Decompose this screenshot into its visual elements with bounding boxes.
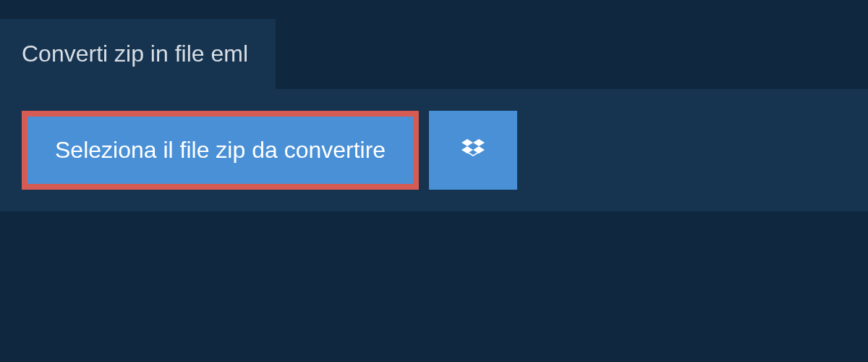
button-row: Seleziona il file zip da convertire [22,111,846,190]
dropbox-button[interactable] [429,111,517,190]
dropbox-icon [459,136,488,165]
select-file-button[interactable]: Seleziona il file zip da convertire [22,111,419,190]
select-file-label: Seleziona il file zip da convertire [55,137,386,164]
svg-marker-0 [461,139,473,146]
svg-marker-1 [473,139,485,146]
page-title-tab: Converti zip in file eml [0,19,276,89]
main-panel: Seleziona il file zip da convertire [0,89,868,211]
page-title: Converti zip in file eml [22,41,248,67]
